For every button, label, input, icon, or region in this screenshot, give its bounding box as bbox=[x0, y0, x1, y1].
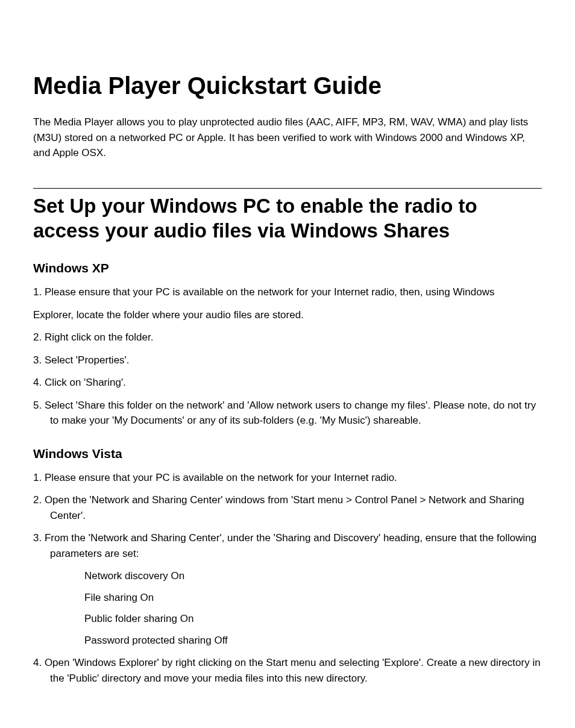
document-title: Media Player Quickstart Guide bbox=[33, 72, 542, 99]
xp-step-1-line-b: Explorer, locate the folder where your a… bbox=[33, 307, 542, 323]
vista-step-4: 4. Open 'Windows Explorer' by right clic… bbox=[33, 655, 542, 686]
xp-step-5: 5. Select 'Share this folder on the netw… bbox=[33, 398, 542, 428]
xp-step-3: 3. Select 'Properties'. bbox=[33, 353, 542, 368]
xp-step-1-line-a: 1. Please ensure that your PC is availab… bbox=[33, 284, 542, 300]
xp-step-2: 2. Right click on the folder. bbox=[33, 330, 542, 345]
section-divider bbox=[33, 188, 542, 189]
section-heading-setup: Set Up your Windows PC to enable the rad… bbox=[33, 193, 542, 243]
subheading-windows-vista: Windows Vista bbox=[33, 447, 542, 461]
vista-bullet-password-protected: Password protected sharing Off bbox=[84, 633, 542, 648]
vista-bullet-network-discovery: Network discovery On bbox=[84, 568, 542, 584]
vista-step-3: 3. From the 'Network and Sharing Center'… bbox=[33, 530, 542, 561]
vista-bullet-public-folder: Public folder sharing On bbox=[84, 611, 542, 627]
subheading-windows-xp: Windows XP bbox=[33, 261, 542, 275]
vista-bullet-file-sharing: File sharing On bbox=[84, 590, 542, 606]
vista-step-1: 1. Please ensure that your PC is availab… bbox=[33, 470, 542, 486]
xp-step-4: 4. Click on 'Sharing'. bbox=[33, 375, 542, 391]
vista-step-2: 2. Open the 'Network and Sharing Center'… bbox=[33, 492, 542, 523]
intro-paragraph: The Media Player allows you to play unpr… bbox=[33, 115, 542, 161]
